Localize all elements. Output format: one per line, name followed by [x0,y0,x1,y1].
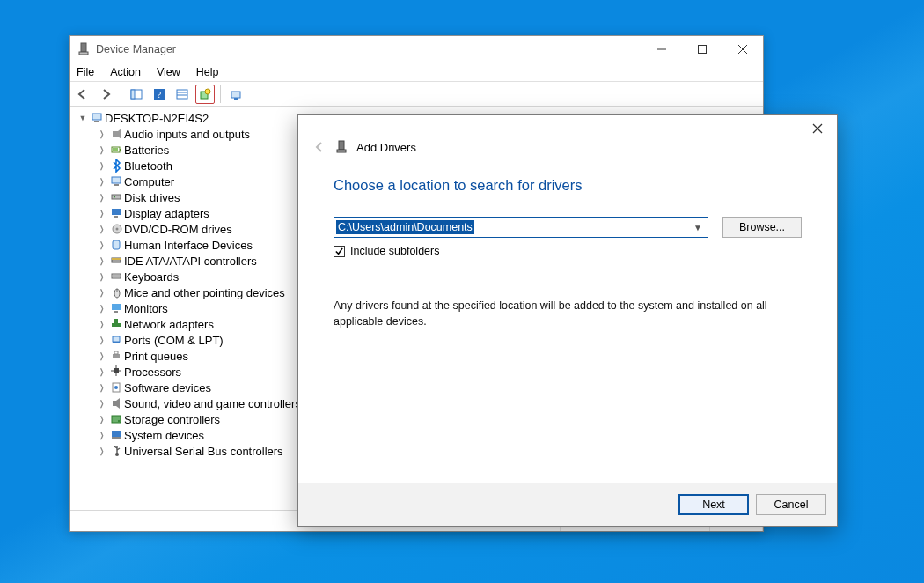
caret-right-icon[interactable]: ❯ [98,161,106,170]
menu-view[interactable]: View [155,64,182,80]
add-drivers-icon[interactable] [195,85,215,104]
svg-rect-53 [113,401,116,406]
close-button[interactable] [722,36,763,63]
svg-rect-0 [81,43,86,52]
device-category-icon [108,285,124,299]
tree-node-label: Monitors [124,302,168,315]
svg-point-14 [205,89,210,94]
svg-rect-38 [112,304,121,310]
caret-right-icon[interactable]: ❯ [98,367,106,376]
menu-file[interactable]: File [75,64,96,80]
svg-rect-45 [114,351,118,354]
caret-right-icon[interactable]: ❯ [98,129,106,138]
tree-node-label: Ports (COM & LPT) [124,334,224,347]
svg-rect-19 [113,131,118,137]
svg-rect-16 [234,98,238,100]
driver-device-icon [335,140,348,154]
toolbar: ? [70,82,763,107]
device-category-icon [108,190,124,204]
show-hide-tree-icon[interactable] [127,85,146,104]
tree-node-label: IDE ATA/ATAPI controllers [124,255,257,268]
svg-rect-31 [113,240,120,249]
maximize-button[interactable] [682,36,722,63]
caret-right-icon[interactable]: ❯ [98,431,106,439]
caret-right-icon[interactable]: ❯ [98,193,106,202]
app-icon [77,42,91,56]
svg-rect-62 [339,141,344,150]
caret-right-icon[interactable]: ❯ [98,399,106,408]
caret-right-icon[interactable]: ❯ [98,304,106,313]
scan-hardware-icon[interactable] [226,85,246,104]
cancel-button[interactable]: Cancel [756,494,826,515]
caret-right-icon[interactable]: ❯ [98,272,106,281]
window-title: Device Manager [96,43,176,55]
back-icon[interactable] [73,85,92,104]
caret-down-icon[interactable]: ▼ [77,114,89,122]
caret-right-icon[interactable]: ❯ [98,320,106,328]
svg-rect-46 [114,368,119,373]
svg-point-30 [116,228,119,231]
caret-right-icon[interactable]: ❯ [98,446,106,455]
tree-node-label: Sound, video and game controllers [124,397,301,410]
help-icon[interactable]: ? [150,85,169,104]
svg-rect-10 [177,90,187,99]
svg-text:?: ? [158,90,162,100]
device-category-icon [108,222,124,236]
back-arrow-icon[interactable] [312,140,326,154]
tree-node-label: Processors [124,365,181,379]
forward-icon[interactable] [96,85,115,104]
caret-right-icon[interactable]: ❯ [98,336,106,344]
svg-rect-21 [120,149,121,151]
caret-right-icon[interactable]: ❯ [98,288,106,297]
svg-rect-63 [337,150,346,152]
device-category-icon [108,412,124,426]
tree-node-label: System devices [124,429,204,442]
caret-right-icon[interactable]: ❯ [98,177,106,186]
svg-rect-56 [112,431,121,437]
menu-help[interactable]: Help [194,64,221,80]
device-category-icon [108,238,124,252]
computer-icon [89,112,105,124]
browse-button[interactable]: Browse... [722,217,802,238]
window-titlebar[interactable]: Device Manager [70,36,763,63]
caret-right-icon[interactable]: ❯ [98,256,106,265]
caret-right-icon[interactable]: ❯ [98,383,106,392]
svg-rect-23 [112,177,121,183]
caret-right-icon[interactable]: ❯ [98,209,106,218]
device-category-icon [108,365,124,379]
next-button[interactable]: Next [678,494,749,515]
tree-node-label: Mice and other pointing devices [124,286,285,299]
svg-rect-18 [94,121,99,122]
dialog-close-button[interactable] [798,115,837,138]
caret-right-icon[interactable]: ❯ [98,415,106,424]
svg-rect-27 [112,209,121,215]
menu-bar: File Action View Help [70,63,763,82]
svg-rect-40 [112,323,121,327]
tree-node-label: Universal Serial Bus controllers [124,445,283,458]
tree-root-label: DESKTOP-N2EI4S2 [105,112,209,125]
driver-path-combobox[interactable]: C:\Users\admin\Documents ▼ [334,217,708,238]
properties-icon[interactable] [172,85,192,104]
caret-right-icon[interactable]: ❯ [98,240,106,249]
tree-node-label: Bluetooth [124,159,172,173]
dialog-title: Add Drivers [356,141,416,154]
svg-rect-39 [114,311,118,313]
device-category-icon [108,333,124,347]
tree-node-label: Human Interface Devices [124,239,253,252]
device-category-icon [108,143,124,157]
caret-right-icon[interactable]: ❯ [98,351,106,360]
caret-right-icon[interactable]: ❯ [98,145,106,154]
svg-rect-28 [114,216,118,218]
svg-rect-17 [92,114,101,120]
svg-rect-15 [231,92,240,98]
device-category-icon [108,428,124,442]
tree-node-label: Network adapters [124,318,214,331]
caret-right-icon[interactable]: ❯ [98,225,106,233]
svg-rect-25 [112,195,121,199]
minimize-button[interactable] [642,36,682,63]
include-subfolders-checkbox[interactable] [334,246,345,257]
menu-action[interactable]: Action [108,64,143,80]
tree-node-label: Disk drives [124,191,180,204]
svg-rect-3 [699,46,707,54]
dropdown-chevron-icon[interactable]: ▼ [690,223,706,232]
